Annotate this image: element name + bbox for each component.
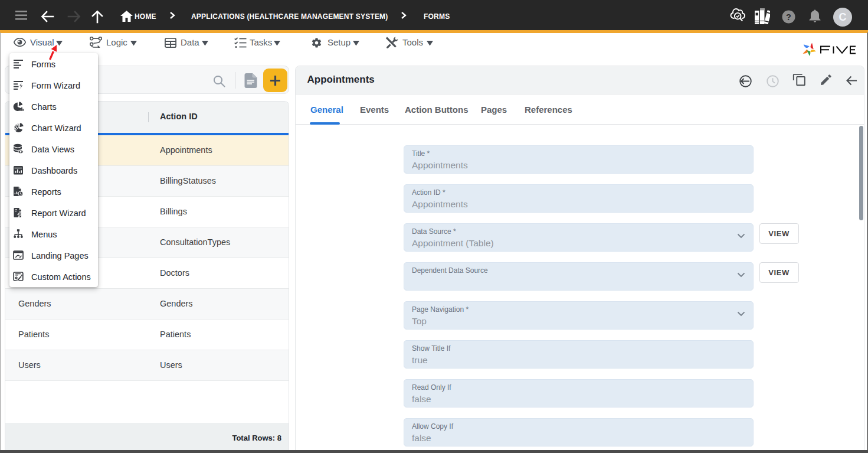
svg-text:?: ? (786, 12, 791, 22)
